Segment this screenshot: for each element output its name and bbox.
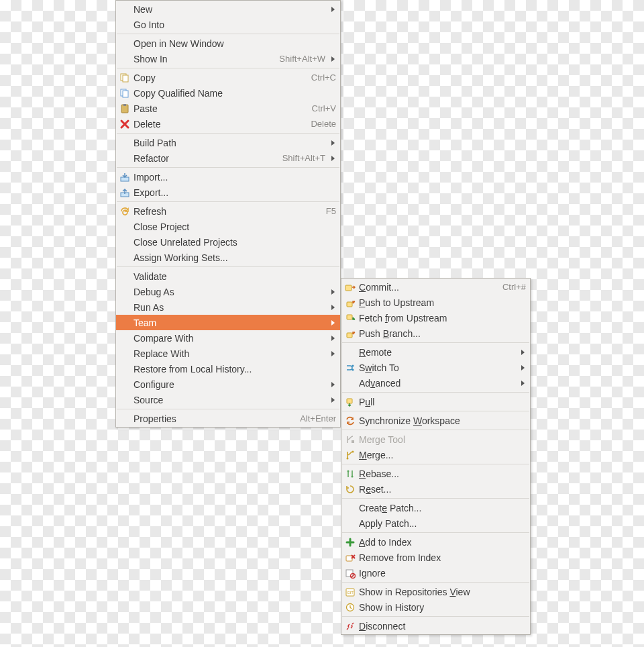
menu-go-into[interactable]: Go Into	[116, 17, 340, 32]
menu-separator	[117, 201, 339, 202]
menu-separator	[117, 266, 339, 267]
team-reset[interactable]: Reset...	[341, 481, 530, 497]
team-disconnect[interactable]: Disconnect	[341, 618, 530, 634]
git-switch-icon	[344, 362, 356, 373]
menu-refactor-label: Refactor	[133, 153, 274, 164]
menu-run-as[interactable]: Run As	[116, 299, 340, 315]
paste-icon	[119, 103, 131, 114]
team-add-index[interactable]: Add to Index	[341, 534, 530, 550]
team-create-patch[interactable]: Create Patch...	[341, 500, 530, 515]
menu-export[interactable]: Export...	[116, 185, 340, 200]
menu-build-path[interactable]: Build Path	[116, 135, 340, 150]
submenu-arrow-icon	[329, 381, 336, 388]
submenu-arrow-icon	[329, 335, 336, 342]
team-disconnect-label: Disconnect	[359, 621, 526, 632]
team-pull[interactable]: Pull	[341, 394, 530, 409]
menu-separator	[342, 498, 529, 499]
submenu-arrow-icon	[329, 155, 336, 162]
blank-icon	[119, 38, 131, 49]
menu-properties[interactable]: PropertiesAlt+Enter	[116, 411, 340, 426]
menu-refactor-accel: Shift+Alt+T	[282, 153, 325, 163]
menu-show-in-label: Show In	[133, 54, 271, 64]
menu-debug-as[interactable]: Debug As	[116, 284, 340, 299]
team-apply-patch[interactable]: Apply Patch...	[341, 515, 530, 531]
git-pull-icon	[344, 397, 356, 407]
export-icon	[119, 187, 131, 198]
menu-separator	[342, 532, 529, 533]
blank-icon	[119, 271, 131, 282]
menu-refresh[interactable]: RefreshF5	[116, 203, 340, 219]
menu-show-in[interactable]: Show InShift+Alt+W	[116, 51, 340, 66]
team-sync-ws-label: Synchronize Workspace	[359, 415, 526, 426]
blank-icon	[344, 378, 356, 389]
menu-assign-ws-label: Assign Working Sets...	[133, 252, 336, 263]
team-push-up[interactable]: Push to Upstream	[341, 295, 530, 310]
blank-icon	[344, 347, 356, 358]
menu-copy-accel: Ctrl+C	[311, 72, 336, 83]
menu-import[interactable]: Import...	[116, 169, 340, 185]
team-remote[interactable]: Remote	[341, 344, 530, 360]
team-advanced[interactable]: Advanced	[341, 375, 530, 391]
team-apply-patch-label: Apply Patch...	[359, 518, 526, 529]
menu-compare-with-label: Compare With	[133, 333, 325, 344]
menu-replace-with[interactable]: Replace With	[116, 346, 340, 361]
team-show-hist[interactable]: Show in History	[341, 599, 530, 615]
team-commit[interactable]: Commit...Ctrl+#	[341, 279, 530, 295]
menu-separator	[342, 342, 529, 343]
menu-configure[interactable]: Configure	[116, 377, 340, 392]
menu-new[interactable]: New	[116, 1, 340, 17]
team-switch-to[interactable]: Switch To	[341, 360, 530, 375]
menu-delete-accel: Delete	[311, 119, 336, 129]
svg-rect-10	[345, 285, 352, 291]
team-pull-label: Pull	[359, 397, 526, 407]
team-rm-index[interactable]: Remove from Index	[341, 550, 530, 565]
menu-compare-with[interactable]: Compare With	[116, 330, 340, 346]
submenu-arrow-icon	[519, 380, 526, 387]
menu-team[interactable]: Team	[116, 315, 340, 330]
menu-separator	[342, 616, 529, 617]
svg-rect-16	[347, 399, 352, 403]
menu-delete[interactable]: DeleteDelete	[116, 116, 340, 132]
team-fetch-up[interactable]: Fetch from Upstream	[341, 310, 530, 326]
menu-source-label: Source	[133, 395, 325, 405]
menu-copy-qname[interactable]: Copy Qualified Name	[116, 85, 340, 101]
team-rebase[interactable]: Rebase...	[341, 466, 530, 481]
menu-source[interactable]: Source	[116, 392, 340, 407]
svg-rect-17	[352, 440, 354, 443]
blank-icon	[119, 153, 131, 164]
team-advanced-label: Advanced	[359, 378, 515, 389]
menu-close-proj[interactable]: Close Project	[116, 219, 340, 234]
team-push-branch[interactable]: Push Branch...	[341, 326, 530, 341]
team-submenu: Commit...Ctrl+#Push to UpstreamFetch fro…	[341, 278, 531, 635]
menu-open-new-window[interactable]: Open in New Window	[116, 36, 340, 51]
git-reset-icon	[344, 484, 356, 495]
menu-refactor[interactable]: RefactorShift+Alt+T	[116, 150, 340, 166]
submenu-arrow-icon	[329, 56, 336, 62]
git-push-icon	[344, 297, 356, 308]
menu-paste[interactable]: PasteCtrl+V	[116, 101, 340, 116]
menu-assign-ws[interactable]: Assign Working Sets...	[116, 250, 340, 265]
svg-rect-13	[347, 333, 352, 338]
blank-icon	[344, 518, 356, 529]
blank-icon	[119, 333, 131, 344]
blank-icon	[119, 364, 131, 375]
svg-point-14	[352, 364, 354, 366]
delete-icon	[119, 119, 131, 130]
menu-copy[interactable]: CopyCtrl+C	[116, 70, 340, 85]
svg-rect-27	[346, 570, 353, 577]
submenu-arrow-icon	[329, 304, 336, 311]
menu-debug-as-label: Debug As	[133, 287, 325, 297]
team-ignore-label: Ignore	[359, 568, 526, 579]
menu-delete-label: Delete	[133, 119, 303, 130]
team-ignore[interactable]: Ignore	[341, 565, 530, 581]
menu-separator	[117, 68, 339, 68]
team-create-patch-label: Create Patch...	[359, 503, 526, 513]
menu-close-unrel[interactable]: Close Unrelated Projects	[116, 234, 340, 250]
team-sync-ws[interactable]: Synchronize Workspace	[341, 413, 530, 428]
blank-icon	[119, 252, 131, 263]
menu-validate[interactable]: Validate	[116, 268, 340, 284]
team-merge[interactable]: Merge...	[341, 447, 530, 462]
menu-restore-hist[interactable]: Restore from Local History...	[116, 361, 340, 377]
team-show-repos[interactable]: GITShow in Repositories View	[341, 584, 530, 599]
menu-paste-accel: Ctrl+V	[312, 103, 336, 113]
